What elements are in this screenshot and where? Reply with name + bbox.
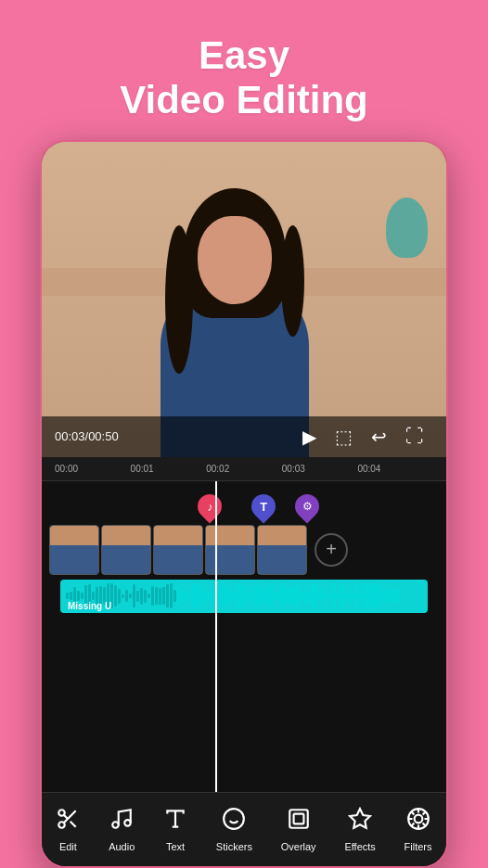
stickers-icon	[222, 807, 246, 837]
audio-track-label: Missing U	[68, 601, 111, 611]
toolbar-item-overlay[interactable]: Overlay	[274, 801, 324, 858]
toolbar-item-audio[interactable]: Audio	[101, 801, 142, 858]
scissors-icon	[56, 807, 80, 837]
title-line1: Easy	[199, 33, 289, 77]
marker-magic[interactable]: ⚙	[295, 494, 319, 518]
video-controls-bar: 00:03/00:50 ▶ ⬚ ↩ ⛶	[42, 416, 446, 457]
svg-marker-14	[350, 809, 370, 828]
svg-point-0	[59, 810, 66, 816]
undo-button[interactable]: ↩	[371, 426, 387, 448]
toolbar-label-text: Text	[166, 841, 185, 852]
filters-icon	[406, 807, 430, 837]
svg-point-6	[124, 820, 131, 826]
toolbar: Edit Audio Text	[42, 792, 446, 866]
svg-point-16	[414, 815, 422, 823]
toolbar-label-effects: Effects	[344, 841, 375, 852]
ruler-mark-3: 00:03	[282, 464, 358, 474]
markers-row: ♪ T ⚙	[49, 487, 439, 518]
header-section: Easy Video Editing	[120, 33, 368, 123]
timecode-display: 00:03/00:50	[55, 429, 293, 443]
svg-point-5	[112, 822, 119, 828]
text-icon	[163, 807, 187, 837]
ruler-mark-2: 00:02	[206, 464, 282, 474]
toolbar-item-effects[interactable]: Effects	[337, 801, 382, 858]
toolbar-label-audio: Audio	[109, 841, 135, 852]
playhead	[215, 481, 217, 792]
clip-thumb-4[interactable]	[205, 525, 255, 575]
ruler-mark-4: 00:04	[357, 464, 433, 474]
timeline-track-area: ♪ T ⚙	[42, 481, 446, 792]
play-button[interactable]: ▶	[302, 426, 316, 448]
timeline-section: 00:00 00:01 00:02 00:03 00:04 ♪ T	[42, 457, 446, 792]
toolbar-label-filters: Filters	[405, 841, 432, 852]
marker-text[interactable]: T	[251, 494, 276, 518]
toolbar-label-edit: Edit	[59, 841, 77, 852]
crop-button[interactable]: ⬚	[335, 426, 353, 448]
clip-thumb-5[interactable]	[257, 525, 307, 575]
subject-figure	[142, 179, 327, 457]
svg-line-3	[71, 822, 76, 827]
timeline-ruler: 00:00 00:01 00:02 00:03 00:04	[42, 457, 446, 481]
fullscreen-button[interactable]: ⛶	[405, 426, 424, 447]
clip-thumb-1[interactable]	[49, 525, 99, 575]
toolbar-item-filters[interactable]: Filters	[397, 801, 440, 858]
svg-point-9	[225, 809, 245, 829]
toolbar-item-stickers[interactable]: Stickers	[209, 801, 260, 858]
add-clip-button[interactable]: +	[315, 533, 348, 567]
svg-rect-12	[289, 810, 308, 828]
audio-icon	[109, 807, 134, 837]
marker-music[interactable]: ♪	[198, 494, 222, 518]
video-track: +	[49, 524, 439, 576]
video-preview: 00:03/00:50 ▶ ⬚ ↩ ⛶	[42, 142, 446, 457]
audio-track[interactable]: Missing U	[60, 580, 428, 619]
svg-point-1	[59, 822, 66, 828]
toolbar-item-text[interactable]: Text	[156, 801, 195, 858]
effects-icon	[348, 807, 372, 837]
overlay-icon	[287, 807, 311, 837]
svg-line-4	[64, 815, 68, 819]
title-line2: Video Editing	[120, 78, 368, 121]
vase-decoration	[386, 198, 428, 258]
ruler-mark-1: 00:01	[131, 464, 207, 474]
toolbar-label-overlay: Overlay	[281, 841, 316, 852]
toolbar-item-edit[interactable]: Edit	[48, 801, 87, 858]
svg-rect-13	[293, 814, 303, 824]
clip-thumb-2[interactable]	[101, 525, 151, 575]
waveform-display	[66, 580, 422, 613]
ruler-mark-0: 00:00	[55, 464, 131, 474]
phone-mockup: 00:03/00:50 ▶ ⬚ ↩ ⛶ 00:00 00:01 00:02 00…	[40, 140, 448, 868]
toolbar-label-stickers: Stickers	[216, 841, 252, 852]
clip-thumb-3[interactable]	[153, 525, 203, 575]
